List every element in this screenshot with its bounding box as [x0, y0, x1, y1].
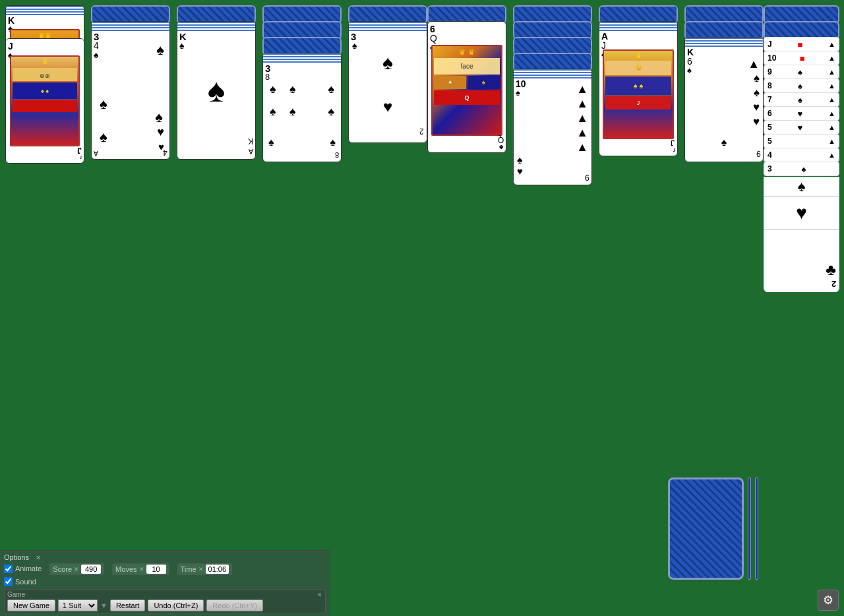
card-9-col9[interactable]: K 6 ♠ ▲ ♠ ♠ ♥ ♥ ♠ 9: [684, 37, 764, 162]
rank-3: 3♠: [764, 162, 839, 176]
heart-row: ♥: [764, 197, 839, 230]
game-buttons: New Game 1 Suit 2 Suits 4 Suits ▼ Restar…: [7, 600, 322, 611]
stock-pile[interactable]: [668, 477, 758, 580]
game-close[interactable]: ✕: [317, 592, 322, 598]
sound-checkbox[interactable]: [4, 577, 13, 586]
redo-button[interactable]: Redo (Ctrl+Y): [206, 600, 263, 611]
restart-button[interactable]: Restart: [110, 600, 145, 611]
time-stat: Time ✕ 01:06: [177, 563, 233, 575]
time-label: Time: [181, 565, 196, 573]
rank-5a: 5♥▲: [764, 120, 839, 135]
time-value: 01:06: [206, 565, 229, 574]
card-j-spades[interactable]: J ♠ ♛ ⊕⊕ ♠ ♠ J r: [5, 38, 84, 164]
sound-label: Sound: [15, 578, 36, 586]
rank-5b: 5▲: [764, 134, 839, 148]
undo-button[interactable]: Undo (Ctrl+Z): [148, 600, 204, 611]
game-bar: Game ✕ New Game 1 Suit 2 Suits 4 Suits ▼…: [4, 589, 326, 613]
rank-7: 7♠▲: [764, 92, 839, 107]
score-label: Score: [53, 565, 72, 573]
score-stat: Score ✕ 490: [49, 563, 104, 575]
animate-row: Animate: [4, 563, 42, 574]
animate-label: Animate: [15, 565, 42, 572]
rank-9: 9♠▲: [764, 65, 839, 79]
options-label: Options: [4, 553, 29, 561]
card-8-col4[interactable]: 3 8 ♠ ♠ ♠ ♠ ♠ ♠ ♠ ♠ 8: [262, 53, 342, 162]
animate-checkbox[interactable]: [4, 565, 13, 573]
card-q-spades[interactable]: 6 Q ♠ ♛ ♛ face ✦ ♠ Q Q ♣: [427, 21, 506, 153]
settings-button[interactable]: ⚙: [818, 590, 839, 611]
card-j-col8[interactable]: A J ♠ ♛ 👑 ♠ ♠ J J r: [599, 21, 678, 156]
moves-close[interactable]: ✕: [139, 566, 144, 572]
rank-4: 4▲: [764, 148, 839, 162]
rank-10: 10■▲: [764, 51, 839, 65]
score-close[interactable]: ✕: [74, 566, 79, 572]
moves-stat: Moves ✕ 10: [112, 563, 169, 575]
card-4-spades[interactable]: 3 4 ♠ ♠ ♠ ♠ ♠ ♥ ♥ 4 A: [91, 21, 170, 160]
rank-j: J■▲: [764, 37, 839, 51]
rank-8: 8♠▲: [764, 78, 839, 93]
gear-icon: ⚙: [823, 593, 833, 607]
card-2-col5[interactable]: 3 ♠ ♠ ♥ 2: [348, 21, 427, 143]
club-row: ♣ 2: [764, 230, 839, 292]
moves-value: 10: [146, 565, 166, 574]
game-label: Game: [7, 591, 25, 598]
options-close[interactable]: ✕: [36, 554, 41, 561]
sound-row: Sound: [4, 577, 36, 586]
spade-row: ♠: [764, 177, 839, 197]
time-close[interactable]: ✕: [198, 566, 204, 572]
card-k-col3[interactable]: K ♠ ♠ K A: [177, 21, 256, 160]
card-9-col7[interactable]: 10 ♠ ▲ ▲ ▲ ▲ ▲ ♠ ♥ 9: [513, 69, 592, 185]
suit-select[interactable]: 1 Suit 2 Suits 4 Suits: [58, 600, 98, 611]
moves-label: Moves: [115, 565, 136, 573]
bottom-panel: Options ✕ Animate Score ✕ 490 Moves ✕ 10: [0, 550, 330, 616]
game-bar-title: Game ✕: [7, 591, 322, 598]
game-area: K ♠ ♛♛ 👑 ✦✦✦ ♠ K r J ♠ ♛: [0, 0, 844, 616]
options-bar: Options ✕: [4, 553, 326, 561]
score-value: 490: [81, 565, 101, 574]
new-game-button[interactable]: New Game: [7, 600, 55, 611]
rank-6: 6♥▲: [764, 106, 839, 121]
